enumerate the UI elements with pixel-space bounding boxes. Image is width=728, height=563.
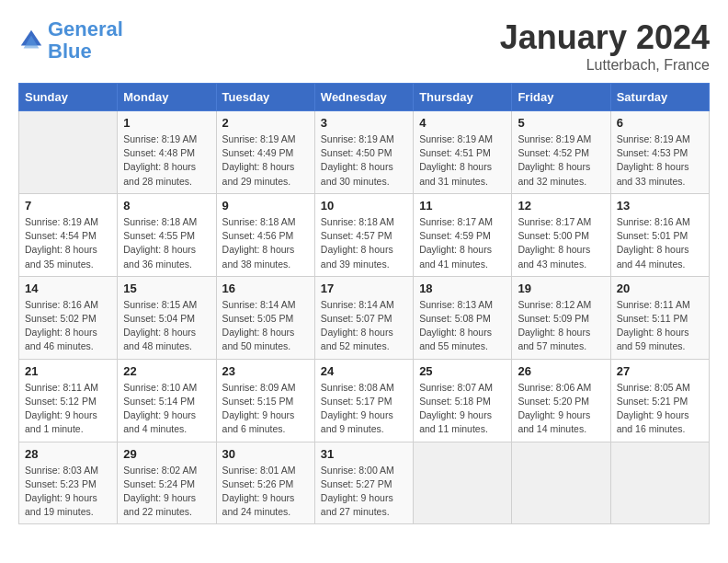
location: Lutterbach, France <box>500 57 710 74</box>
calendar-cell: 21Sunrise: 8:11 AMSunset: 5:12 PMDayligh… <box>19 359 118 442</box>
day-number: 27 <box>617 364 703 378</box>
calendar-cell: 26Sunrise: 8:06 AMSunset: 5:20 PMDayligh… <box>512 359 610 442</box>
day-info: Sunrise: 8:06 AMSunset: 5:20 PMDaylight:… <box>518 381 604 437</box>
day-info: Sunrise: 8:14 AMSunset: 5:07 PMDaylight:… <box>321 298 407 354</box>
day-info: Sunrise: 8:01 AMSunset: 5:26 PMDaylight:… <box>222 464 309 520</box>
calendar-cell: 24Sunrise: 8:08 AMSunset: 5:17 PMDayligh… <box>314 359 413 442</box>
calendar-header-row: SundayMondayTuesdayWednesdayThursdayFrid… <box>19 84 710 111</box>
calendar-cell: 2Sunrise: 8:19 AMSunset: 4:49 PMDaylight… <box>216 111 314 194</box>
day-info: Sunrise: 8:14 AMSunset: 5:05 PMDaylight:… <box>222 298 309 354</box>
calendar-week-row: 28Sunrise: 8:03 AMSunset: 5:23 PMDayligh… <box>19 442 710 524</box>
day-number: 23 <box>222 364 309 378</box>
day-number: 1 <box>123 116 210 130</box>
weekday-header: Monday <box>118 84 216 111</box>
day-info: Sunrise: 8:07 AMSunset: 5:18 PMDaylight:… <box>419 381 506 437</box>
weekday-header: Wednesday <box>314 84 413 111</box>
calendar-cell: 22Sunrise: 8:10 AMSunset: 5:14 PMDayligh… <box>118 359 216 442</box>
calendar-cell: 12Sunrise: 8:17 AMSunset: 5:00 PMDayligh… <box>512 193 610 276</box>
day-number: 7 <box>25 199 111 213</box>
day-number: 12 <box>518 199 604 213</box>
calendar-cell: 25Sunrise: 8:07 AMSunset: 5:18 PMDayligh… <box>414 359 512 442</box>
calendar-cell <box>610 442 709 524</box>
day-number: 5 <box>518 116 604 130</box>
logo: General Blue <box>18 18 123 63</box>
day-info: Sunrise: 8:19 AMSunset: 4:54 PMDaylight:… <box>25 215 111 271</box>
day-number: 31 <box>321 447 407 461</box>
day-number: 25 <box>419 364 506 378</box>
calendar-cell: 27Sunrise: 8:05 AMSunset: 5:21 PMDayligh… <box>610 359 709 442</box>
calendar-cell: 31Sunrise: 8:00 AMSunset: 5:27 PMDayligh… <box>314 442 413 524</box>
calendar-cell: 10Sunrise: 8:18 AMSunset: 4:57 PMDayligh… <box>314 193 413 276</box>
day-info: Sunrise: 8:15 AMSunset: 5:04 PMDaylight:… <box>123 298 210 354</box>
day-info: Sunrise: 8:16 AMSunset: 5:02 PMDaylight:… <box>25 298 111 354</box>
day-info: Sunrise: 8:19 AMSunset: 4:51 PMDaylight:… <box>419 132 506 189</box>
day-info: Sunrise: 8:18 AMSunset: 4:55 PMDaylight:… <box>123 215 210 271</box>
day-info: Sunrise: 8:11 AMSunset: 5:12 PMDaylight:… <box>25 381 111 437</box>
calendar-cell <box>19 111 118 194</box>
calendar-cell: 29Sunrise: 8:02 AMSunset: 5:24 PMDayligh… <box>118 442 216 524</box>
day-number: 17 <box>321 282 407 295</box>
day-number: 15 <box>123 282 210 295</box>
day-number: 26 <box>518 364 604 378</box>
day-number: 3 <box>321 116 407 130</box>
page-header: General Blue January 2024 Lutterbach, Fr… <box>18 18 710 74</box>
day-number: 10 <box>321 199 407 213</box>
weekday-header: Thursday <box>414 84 512 111</box>
day-number: 16 <box>222 282 309 295</box>
calendar-cell: 4Sunrise: 8:19 AMSunset: 4:51 PMDaylight… <box>414 111 512 194</box>
calendar-cell: 14Sunrise: 8:16 AMSunset: 5:02 PMDayligh… <box>19 276 118 359</box>
day-number: 22 <box>123 364 210 378</box>
day-info: Sunrise: 8:12 AMSunset: 5:09 PMDaylight:… <box>518 298 604 354</box>
day-number: 30 <box>222 447 309 461</box>
calendar-cell: 30Sunrise: 8:01 AMSunset: 5:26 PMDayligh… <box>216 442 314 524</box>
day-number: 2 <box>222 116 309 130</box>
day-info: Sunrise: 8:11 AMSunset: 5:11 PMDaylight:… <box>617 298 703 354</box>
day-number: 13 <box>617 199 703 213</box>
title-block: January 2024 Lutterbach, France <box>500 18 710 74</box>
calendar-cell: 1Sunrise: 8:19 AMSunset: 4:48 PMDaylight… <box>118 111 216 194</box>
day-number: 28 <box>25 447 111 461</box>
day-info: Sunrise: 8:18 AMSunset: 4:56 PMDaylight:… <box>222 215 309 271</box>
day-info: Sunrise: 8:19 AMSunset: 4:48 PMDaylight:… <box>123 132 210 189</box>
calendar-cell: 9Sunrise: 8:18 AMSunset: 4:56 PMDaylight… <box>216 193 314 276</box>
calendar-cell: 17Sunrise: 8:14 AMSunset: 5:07 PMDayligh… <box>314 276 413 359</box>
weekday-header: Friday <box>512 84 610 111</box>
day-info: Sunrise: 8:19 AMSunset: 4:53 PMDaylight:… <box>617 132 703 189</box>
day-info: Sunrise: 8:05 AMSunset: 5:21 PMDaylight:… <box>617 381 703 437</box>
day-info: Sunrise: 8:19 AMSunset: 4:49 PMDaylight:… <box>222 132 309 189</box>
day-number: 14 <box>25 282 111 295</box>
day-info: Sunrise: 8:19 AMSunset: 4:50 PMDaylight:… <box>321 132 407 189</box>
calendar-cell: 11Sunrise: 8:17 AMSunset: 4:59 PMDayligh… <box>414 193 512 276</box>
day-info: Sunrise: 8:03 AMSunset: 5:23 PMDaylight:… <box>25 464 111 520</box>
day-number: 21 <box>25 364 111 378</box>
calendar-week-row: 1Sunrise: 8:19 AMSunset: 4:48 PMDaylight… <box>19 111 710 194</box>
logo-text: General Blue <box>48 18 123 63</box>
calendar-cell <box>414 442 512 524</box>
weekday-header: Saturday <box>610 84 709 111</box>
calendar-cell: 13Sunrise: 8:16 AMSunset: 5:01 PMDayligh… <box>610 193 709 276</box>
calendar-cell: 16Sunrise: 8:14 AMSunset: 5:05 PMDayligh… <box>216 276 314 359</box>
day-number: 9 <box>222 199 309 213</box>
day-number: 20 <box>617 282 703 295</box>
calendar-cell: 15Sunrise: 8:15 AMSunset: 5:04 PMDayligh… <box>118 276 216 359</box>
day-number: 4 <box>419 116 506 130</box>
day-number: 18 <box>419 282 506 295</box>
day-info: Sunrise: 8:17 AMSunset: 5:00 PMDaylight:… <box>518 215 604 271</box>
day-info: Sunrise: 8:09 AMSunset: 5:15 PMDaylight:… <box>222 381 309 437</box>
calendar-week-row: 21Sunrise: 8:11 AMSunset: 5:12 PMDayligh… <box>19 359 710 442</box>
day-info: Sunrise: 8:00 AMSunset: 5:27 PMDaylight:… <box>321 464 407 520</box>
logo-icon <box>18 28 44 53</box>
calendar-cell: 19Sunrise: 8:12 AMSunset: 5:09 PMDayligh… <box>512 276 610 359</box>
day-info: Sunrise: 8:18 AMSunset: 4:57 PMDaylight:… <box>321 215 407 271</box>
day-number: 6 <box>617 116 703 130</box>
calendar-week-row: 14Sunrise: 8:16 AMSunset: 5:02 PMDayligh… <box>19 276 710 359</box>
day-info: Sunrise: 8:10 AMSunset: 5:14 PMDaylight:… <box>123 381 210 437</box>
month-title: January 2024 <box>500 18 710 57</box>
calendar-cell: 5Sunrise: 8:19 AMSunset: 4:52 PMDaylight… <box>512 111 610 194</box>
day-info: Sunrise: 8:16 AMSunset: 5:01 PMDaylight:… <box>617 215 703 271</box>
calendar-cell: 3Sunrise: 8:19 AMSunset: 4:50 PMDaylight… <box>314 111 413 194</box>
calendar-cell: 8Sunrise: 8:18 AMSunset: 4:55 PMDaylight… <box>118 193 216 276</box>
day-number: 29 <box>123 447 210 461</box>
day-info: Sunrise: 8:02 AMSunset: 5:24 PMDaylight:… <box>123 464 210 520</box>
calendar-week-row: 7Sunrise: 8:19 AMSunset: 4:54 PMDaylight… <box>19 193 710 276</box>
